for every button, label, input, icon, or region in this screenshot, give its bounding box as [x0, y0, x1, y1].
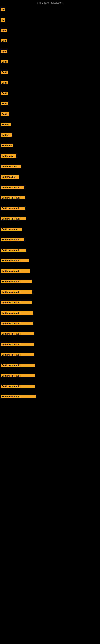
bar-row: Bottleneck result: [0, 352, 100, 357]
bar-label: Bottleneck resu: [1, 228, 22, 231]
bar-row: Bottler: [0, 132, 100, 138]
bar-label: Bottleneck result: [1, 384, 35, 388]
bar-label: Bottleneck result: [1, 395, 36, 398]
bar-label: Bottlen: [1, 123, 11, 126]
bar-label: Bottleneck result: [1, 343, 34, 346]
bar-row: Bottle: [0, 112, 100, 116]
bar-row: Bottleneck result: [0, 394, 100, 399]
bar-label: Bottl: [1, 71, 8, 74]
bar-label: Bottleneck result: [1, 332, 34, 336]
bar-row: Bottleneck r: [0, 154, 100, 158]
bar-row: Bottleneck resu: [0, 164, 100, 169]
bar-label: Bottl: [1, 92, 8, 95]
bar-row: Bottlenec: [0, 143, 100, 148]
bar-row: Bottleneck resu: [0, 227, 100, 232]
bar-row: Bottleneck result: [0, 258, 100, 263]
bar-row: Bottl: [0, 70, 100, 75]
bar-label: Bottleneck result: [1, 301, 32, 304]
bar-row: Bottl: [0, 91, 100, 96]
bar-row: Bottleneck re: [0, 174, 100, 179]
bar-row: Bottleneck result: [0, 342, 100, 347]
bar-label: Bottleneck result: [1, 217, 26, 220]
bar-row: Bottleneck result: [0, 290, 100, 294]
bar-row: Bottleneck result: [0, 384, 100, 388]
bar-row: Bottl: [0, 80, 100, 85]
bar-label: Bottleneck result: [1, 311, 33, 314]
bar-label: Bottleneck result: [1, 186, 24, 189]
bar-label: Bottleneck result: [1, 238, 24, 241]
bar-row: Bottl: [0, 59, 100, 64]
bar-label: Bottleneck r: [1, 154, 16, 158]
bar-label: Bottleneck result: [1, 280, 32, 283]
bar-label: Bottl: [1, 81, 8, 84]
bar-row: Bott: [0, 38, 100, 43]
bar-row: Bottleneck result: [0, 248, 100, 252]
bar-row: Bottleneck result: [0, 269, 100, 274]
bar-row: Bottleneck result: [0, 216, 100, 221]
bar-row: Bottleneck result: [0, 279, 100, 284]
bar-row: Bottleneck result: [0, 206, 100, 211]
bar-label: Bo: [1, 8, 5, 11]
bar-label: Bo: [1, 18, 5, 22]
bar-label: Bottleneck result: [1, 364, 35, 367]
bar-row: Bo: [0, 7, 100, 12]
bar-label: Bottlenec: [1, 144, 13, 147]
bar-row: Bottl: [0, 101, 100, 106]
bar-label: Bottleneck result: [1, 322, 33, 325]
bar-label: Bottleneck result: [1, 270, 30, 273]
bar-label: Bottl: [1, 102, 8, 105]
bar-label: Bott: [1, 39, 7, 42]
bar-label: Bottleneck result: [1, 374, 35, 377]
bar-label: Bottl: [1, 60, 8, 64]
bar-label: Bottleneck result: [1, 248, 26, 252]
bar-label: Bottleneck resu: [1, 165, 21, 168]
bar-row: Bottleneck result: [0, 363, 100, 368]
bar-row: Bottleneck result: [0, 300, 100, 305]
bar-label: Bottleneck result: [1, 207, 25, 210]
bar-label: Bottleneck re: [1, 175, 19, 178]
bar-row: Bottleneck result: [0, 185, 100, 190]
bar-label: Bott: [1, 50, 7, 53]
bar-label: Bottleneck result: [1, 353, 34, 356]
site-title: TheBottlenecker.com: [0, 0, 100, 5]
bar-row: Bottleneck result: [0, 196, 100, 200]
bar-label: Bottleneck result: [1, 196, 25, 200]
bar-row: Bott: [0, 49, 100, 54]
bar-row: Bottleneck result: [0, 332, 100, 336]
bar-label: Bott: [1, 29, 7, 32]
bar-row: Bottlen: [0, 122, 100, 127]
bar-row: Bottleneck result: [0, 237, 100, 242]
bar-row: Bottleneck result: [0, 310, 100, 315]
bar-row: Bottleneck result: [0, 373, 100, 378]
bar-label: Bottleneck result: [1, 290, 32, 294]
bar-row: Bott: [0, 28, 100, 33]
bar-row: Bo: [0, 18, 100, 22]
bar-row: Bottleneck result: [0, 321, 100, 326]
bar-label: Bottleneck result: [1, 259, 29, 262]
bar-label: Bottler: [1, 134, 12, 137]
bar-label: Bottle: [1, 112, 9, 116]
